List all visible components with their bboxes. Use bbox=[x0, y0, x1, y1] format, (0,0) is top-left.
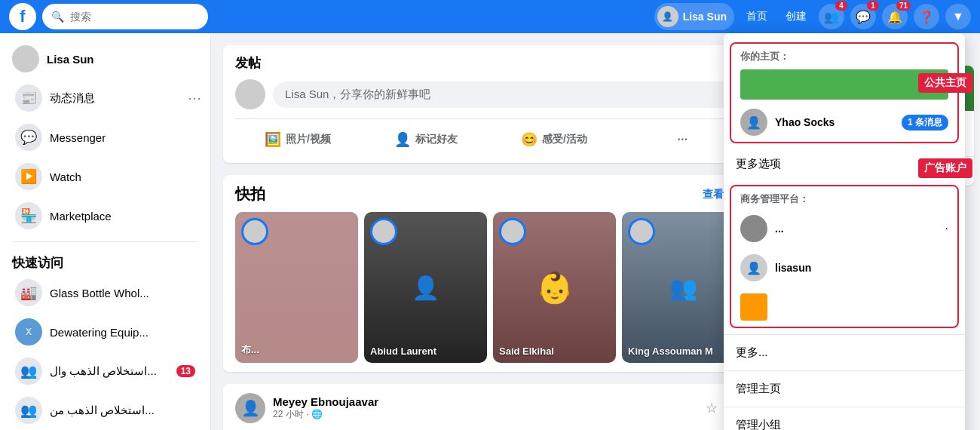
post-meta: Meyey Ebnoujaavar 22 小时 · 🌐 bbox=[273, 395, 698, 421]
friends-icon[interactable]: 👥 4 bbox=[819, 4, 844, 29]
dropdown-business-item[interactable]: ... · bbox=[731, 209, 957, 248]
dropdown-arrow-icon[interactable]: ▼ bbox=[945, 4, 971, 29]
stories-grid: 布... 👤 Abiud Laurent 👶 Said Elkihal 👥 K bbox=[235, 212, 745, 363]
avatar bbox=[12, 45, 39, 72]
story-avatar bbox=[628, 218, 655, 245]
photo-icon: 🖼️ bbox=[265, 131, 281, 148]
messages-badge: 1 bbox=[867, 1, 879, 11]
tag-friends-button[interactable]: 👤 标记好友 bbox=[363, 125, 488, 154]
business-avatar bbox=[740, 215, 767, 242]
photo-video-button[interactable]: 🖼️ 照片/视频 bbox=[235, 125, 360, 154]
manage-page-item[interactable]: 管理主页 bbox=[724, 374, 965, 404]
more-dots-icon[interactable]: ⋯ bbox=[188, 90, 201, 106]
your-pages-section: 你的主页： 👤 Yhao Socks 1 条消息 bbox=[730, 42, 959, 143]
composer-input[interactable]: Lisa Sun，分享你的新鲜事吧 bbox=[273, 81, 745, 108]
newsfeed-icon: 📰 bbox=[15, 84, 42, 112]
sidebar-item-marketplace[interactable]: 🏪 Marketplace bbox=[3, 196, 207, 235]
friends-badge: 4 bbox=[835, 1, 847, 11]
post-card: 👤 Meyey Ebnoujaavar 22 小时 · 🌐 ☆ ⋯ ٢٠ نوف… bbox=[223, 384, 757, 430]
business-title: 商务管理平台： bbox=[731, 186, 957, 209]
divider bbox=[12, 241, 198, 242]
story-name: King Assouman M bbox=[628, 346, 739, 357]
story-card[interactable]: 👤 Abiud Laurent bbox=[364, 212, 487, 363]
your-pages-title: 你的主页： bbox=[731, 44, 957, 66]
composer-top: Lisa Sun，分享你的新鲜事吧 bbox=[235, 79, 745, 109]
notifications-badge: 71 bbox=[896, 1, 911, 11]
sidebar-item-messenger[interactable]: 💬 Messenger bbox=[3, 118, 207, 157]
story-name: Said Elkihal bbox=[499, 346, 610, 357]
story-avatar bbox=[241, 218, 268, 245]
dropdown-page-item[interactable]: 👤 Yhao Socks 1 条消息 bbox=[731, 103, 957, 142]
story-avatar bbox=[370, 218, 397, 245]
user-chip[interactable]: 👤 Lisa Sun bbox=[654, 3, 734, 30]
sidebar-item-arabic2[interactable]: 👥 استخلاص الذهب من... bbox=[3, 391, 207, 430]
feed: 发帖 Lisa Sun，分享你的新鲜事吧 🖼️ 照片/视频 👤 标记好友 😊 感… bbox=[211, 33, 769, 430]
more-menu-item[interactable]: 更多... bbox=[724, 338, 965, 367]
sidebar-item-label: Marketplace bbox=[50, 210, 112, 223]
page-cover-preview bbox=[740, 69, 948, 100]
composer-actions: 🖼️ 照片/视频 👤 标记好友 😊 感受/活动 ⋯ bbox=[235, 118, 745, 154]
messenger-icon: 💬 bbox=[15, 124, 42, 151]
dropdown-lisasun-item[interactable]: 👤 lisasun bbox=[731, 248, 957, 287]
business-status: · bbox=[945, 222, 948, 235]
composer-title: 发帖 bbox=[235, 54, 745, 72]
page-avatar: 👤 bbox=[740, 109, 767, 136]
search-icon: 🔍 bbox=[51, 11, 64, 23]
post-time: 22 小时 · 🌐 bbox=[273, 408, 698, 421]
facebook-logo: f bbox=[9, 3, 36, 30]
stories-section: 快拍 查看全部 布... 👤 Abiud Laurent 👶 Said E bbox=[223, 175, 757, 372]
page-name: Yhao Socks bbox=[775, 116, 835, 128]
header: f 🔍 👤 Lisa Sun 首页 创建 👥 4 💬 1 🔔 71 ❓ ▼ bbox=[0, 0, 980, 33]
business-name: ... bbox=[775, 223, 784, 235]
bookmark-icon[interactable]: ☆ bbox=[706, 400, 718, 416]
search-input[interactable] bbox=[70, 11, 199, 23]
divider bbox=[724, 407, 965, 407]
quick-access-title: 快速访问 bbox=[0, 248, 210, 273]
sidebar-item-dewatering[interactable]: X Dewatering Equip... bbox=[3, 312, 207, 352]
help-icon[interactable]: ❓ bbox=[914, 4, 939, 29]
ad-avatar bbox=[740, 293, 767, 321]
divider bbox=[724, 370, 965, 371]
notifications-icon[interactable]: 🔔 71 bbox=[882, 4, 908, 29]
sidebar-item-glass-bottle[interactable]: 🏭 Glass Bottle Whol... bbox=[3, 273, 207, 312]
sidebar-username: Lisa Sun bbox=[47, 53, 94, 66]
post-author-avatar: 👤 bbox=[235, 393, 265, 423]
sidebar-item-newsfeed[interactable]: 📰 动态消息 ⋯ bbox=[3, 78, 207, 118]
sidebar: Lisa Sun 📰 动态消息 ⋯ 💬 Messenger ▶️ Watch 🏪… bbox=[0, 33, 211, 430]
group-icon: X bbox=[15, 318, 42, 346]
lisasun-avatar: 👤 bbox=[740, 254, 767, 281]
post-composer: 发帖 Lisa Sun，分享你的新鲜事吧 🖼️ 照片/视频 👤 标记好友 😊 感… bbox=[223, 45, 757, 163]
marketplace-icon: 🏪 bbox=[15, 202, 42, 229]
story-name: Abiud Laurent bbox=[370, 346, 481, 357]
manage-group-item[interactable]: 管理小组 bbox=[724, 410, 965, 430]
post-author: Meyey Ebnoujaavar bbox=[273, 395, 698, 408]
search-bar[interactable]: 🔍 bbox=[42, 4, 208, 29]
privacy-icon: · 🌐 bbox=[306, 409, 323, 419]
sidebar-item-label: Glass Bottle Whol... bbox=[50, 287, 149, 299]
sidebar-item-label: Messenger bbox=[50, 131, 106, 144]
sidebar-item-label: استخلاص الذهب من... bbox=[50, 404, 155, 417]
stories-title: 快拍 bbox=[235, 184, 265, 204]
story-avatar bbox=[499, 218, 526, 245]
lisasun-name: lisasun bbox=[775, 262, 811, 274]
page-info: Yhao Socks bbox=[775, 116, 835, 128]
business-platform-section: 商务管理平台： ... · 👤 lisasun bbox=[730, 185, 959, 328]
sidebar-item-label: استخلاص الذهب وال... bbox=[50, 364, 157, 378]
story-card[interactable]: 👶 Said Elkihal bbox=[493, 212, 616, 363]
nav-home[interactable]: 首页 bbox=[740, 7, 773, 26]
photo-label: 照片/视频 bbox=[286, 133, 331, 146]
composer-avatar bbox=[235, 79, 265, 109]
story-card[interactable]: 布... bbox=[235, 212, 358, 363]
sidebar-item-watch[interactable]: ▶️ Watch bbox=[3, 157, 207, 196]
messages-icon[interactable]: 💬 1 bbox=[850, 4, 876, 29]
dropdown-orange-item[interactable] bbox=[731, 287, 957, 327]
feeling-button[interactable]: 😊 感受/活动 bbox=[492, 125, 617, 154]
sidebar-item-arabic1[interactable]: 👥 استخلاص الذهب وال... 13 bbox=[3, 352, 207, 391]
sidebar-user[interactable]: Lisa Sun bbox=[0, 39, 210, 78]
story-name: 布... bbox=[241, 343, 352, 357]
sidebar-item-label: Dewatering Equip... bbox=[50, 326, 149, 339]
tag-icon: 👤 bbox=[394, 131, 411, 148]
feeling-icon: 😊 bbox=[521, 131, 537, 148]
avatar: 👤 bbox=[657, 6, 678, 27]
nav-create[interactable]: 创建 bbox=[779, 7, 813, 26]
